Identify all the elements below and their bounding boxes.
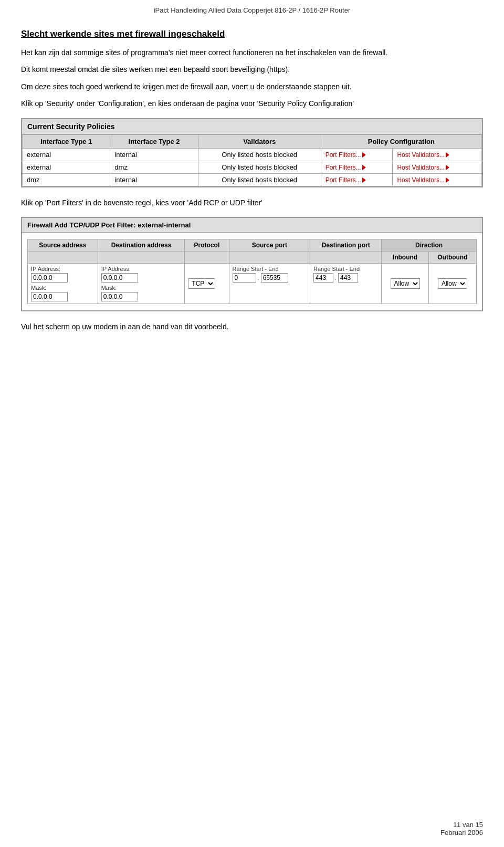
inbound-select[interactable]: Allow Block [391,278,420,289]
dst-addr-label: IP Address: [101,266,182,272]
closing-text: Vul het scherm op uw modem in aan de han… [21,321,483,332]
arrow-icon [446,177,449,183]
outbound-select[interactable]: Allow Block [438,278,467,289]
cell-host-validators[interactable]: Host Validators... [393,173,482,186]
cell-protocol[interactable]: TCP UDP [185,263,229,304]
src-mask-input[interactable] [31,292,68,301]
port-filters-link[interactable]: Port Filters... [326,151,366,159]
th-inbound: Inbound [382,251,429,263]
src-port-start-input[interactable] [233,273,256,283]
th-src-addr-empty [28,251,98,263]
cell-port-filters[interactable]: Port Filters... [321,161,393,173]
th-validators: Validators [198,134,321,148]
instruction1: Klik op 'Security' onder 'Configuration'… [21,98,483,109]
host-validators-link[interactable]: Host Validators... [397,164,449,171]
src-port-label: Range Start - End [233,266,307,272]
arrow-icon [362,152,366,158]
cell-type2: internal [110,173,198,186]
page-number: 11 van 15 [440,821,483,829]
security-policies-title: Current Security Policies [22,119,482,134]
table-row: external dmz Only listed hosts blocked P… [23,161,482,173]
th-type2: Interface Type 2 [110,134,198,148]
th-dst-port-empty [310,251,382,263]
fw-section-title: Firewall Add TCP/UDP Port Filter: extern… [22,218,482,233]
th-dst-port: Destination port [310,239,382,251]
table-row: external internal Only listed hosts bloc… [23,148,482,161]
arrow-icon [362,177,366,183]
cell-validators: Only listed hosts blocked [198,173,321,186]
th-type1: Interface Type 1 [23,134,110,148]
cell-port-filters[interactable]: Port Filters... [321,173,393,186]
fw-table: Source address Destination address Proto… [27,239,477,304]
dst-addr-input[interactable] [101,273,138,283]
footer-date: Februari 2006 [440,829,483,836]
page-header: iPact Handleiding Allied Data Copperjet … [0,0,504,18]
src-addr-input[interactable] [31,273,68,283]
cell-dst-addr: IP Address: Mask: [98,263,185,304]
header-title: iPact Handleiding Allied Data Copperjet … [154,6,351,14]
fw-section-box: Firewall Add TCP/UDP Port Filter: extern… [21,217,483,311]
policy-table: Interface Type 1 Interface Type 2 Valida… [22,134,482,186]
th-protocol: Protocol [185,239,229,251]
cell-src-port: Range Start - End . [229,263,310,304]
para2: Dit komt meestal omdat die sites werken … [21,64,483,75]
dst-port-range: . [313,273,378,283]
dst-mask-input[interactable] [101,292,138,301]
th-src-port: Source port [229,239,310,251]
cell-dst-port: Range Start - End . [310,263,382,304]
cell-host-validators[interactable]: Host Validators... [393,148,482,161]
fw-form-area: Source address Destination address Proto… [22,233,482,310]
fw-table-row: IP Address: Mask: IP Address: Mask: [28,263,477,304]
arrow-icon [362,165,366,170]
th-protocol-empty [185,251,229,263]
th-src-port-empty [229,251,310,263]
th-direction: Direction [382,239,477,251]
dst-port-sep: . [335,275,337,281]
page-content: Slecht werkende sites met firewall inges… [0,18,504,369]
security-policies-box: Current Security Policies Interface Type… [21,118,483,187]
th-dst-addr: Destination address [98,239,185,251]
cell-type2: internal [110,148,198,161]
th-dst-addr-empty [98,251,185,263]
cell-inbound[interactable]: Allow Block [382,263,429,304]
para1: Het kan zijn dat sommige sites of progra… [21,47,483,58]
protocol-select[interactable]: TCP UDP [188,278,215,289]
th-policy-config: Policy Configuration [321,134,481,148]
host-validators-link[interactable]: Host Validators... [397,176,449,184]
dst-port-end-input[interactable] [338,273,358,283]
table-row: dmz internal Only listed hosts blocked P… [23,173,482,186]
cell-validators: Only listed hosts blocked [198,161,321,173]
cell-type1: dmz [23,173,110,186]
cell-outbound[interactable]: Allow Block [428,263,476,304]
instruction2: Klik op 'Port Filters' in de bovenste re… [21,197,483,208]
cell-validators: Only listed hosts blocked [198,148,321,161]
arrow-icon [446,152,449,158]
para3: Om deze sites toch goed werkend te krijg… [21,81,483,92]
th-src-addr: Source address [28,239,98,251]
arrow-icon [446,165,449,170]
host-validators-link[interactable]: Host Validators... [397,151,449,159]
cell-src-addr: IP Address: Mask: [28,263,98,304]
th-outbound: Outbound [428,251,476,263]
page-footer: 11 van 15 Februari 2006 [440,821,483,836]
cell-type1: external [23,148,110,161]
dst-port-start-input[interactable] [313,273,333,283]
port-filters-link[interactable]: Port Filters... [326,164,366,171]
cell-port-filters[interactable]: Port Filters... [321,148,393,161]
dst-mask-label: Mask: [101,285,182,291]
port-filters-link[interactable]: Port Filters... [326,176,366,184]
src-port-range: . [233,273,307,283]
src-mask-label: Mask: [31,285,94,291]
src-port-end-input[interactable] [261,273,288,283]
src-addr-label: IP Address: [31,266,94,272]
dst-port-label: Range Start - End [313,266,378,272]
section-heading: Slecht werkende sites met firewall inges… [21,29,483,39]
cell-host-validators[interactable]: Host Validators... [393,161,482,173]
src-port-sep: . [258,275,259,281]
cell-type1: external [23,161,110,173]
cell-type2: dmz [110,161,198,173]
